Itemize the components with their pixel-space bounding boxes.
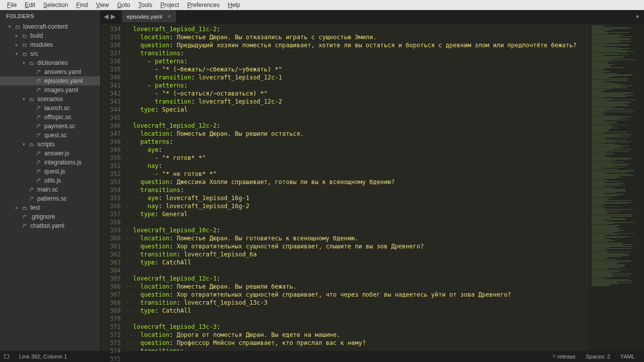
menu-project[interactable]: Project <box>156 1 183 10</box>
file-quest-sc[interactable]: /*quest.sc <box>0 131 100 140</box>
folder-tree: ▾🗀lovecraft-content▸🗀build▸🗀modules▾🗀src… <box>0 22 100 351</box>
menu-help[interactable]: Help <box>224 1 245 10</box>
editor-area: ◀ ▶ episodes.yaml × ▾ 334335336337338339… <box>101 10 644 351</box>
code-content[interactable]: ··lovecraft_1episod_11c-2: ····location:… <box>126 23 589 351</box>
folder-modules[interactable]: ▸🗀modules <box>0 40 100 49</box>
folder-build[interactable]: ▸🗀build <box>0 31 100 40</box>
menu-preferences[interactable]: Preferences <box>183 1 224 10</box>
minimap[interactable] <box>589 23 644 351</box>
menu-edit[interactable]: Edit <box>21 1 39 10</box>
main-area: FOLDERS ▾🗀lovecraft-content▸🗀build▸🗀modu… <box>0 10 644 351</box>
editor-body: 3343353363373383393403413423433443453463… <box>101 23 644 351</box>
file-answers-yaml[interactable]: /*answers.yaml <box>0 67 100 76</box>
file-main-sc[interactable]: /*main.sc <box>0 185 100 194</box>
git-branch[interactable]: ⑂ release <box>547 353 581 360</box>
folder-scenarios[interactable]: ▾🗀scenarios <box>0 95 100 104</box>
file-utils-js[interactable]: /*utils.js <box>0 176 100 185</box>
folder-scripts[interactable]: ▾🗀scripts <box>0 140 100 149</box>
folder-src[interactable]: ▾🗀src <box>0 49 100 58</box>
tab-overflow-icon[interactable]: ▾ <box>631 13 644 20</box>
file-launch-sc[interactable]: /*launch.sc <box>0 104 100 113</box>
file-episodes-yaml[interactable]: /*episodes.yaml <box>0 76 100 85</box>
syntax-mode[interactable]: YAML <box>615 353 640 359</box>
line-gutter: 3343353363373383393403413423433443453463… <box>101 23 126 351</box>
file--gitignore[interactable]: /*.gitignore <box>0 212 100 221</box>
menu-bar: FileEditSelectionFindViewGotoToolsProjec… <box>0 0 644 10</box>
nav-back-icon[interactable]: ◀ <box>104 13 109 20</box>
tab-bar: ◀ ▶ episodes.yaml × ▾ <box>101 10 644 23</box>
tab-episodes[interactable]: episodes.yaml × <box>122 11 176 23</box>
nav-arrows[interactable]: ◀ ▶ <box>101 13 119 20</box>
file-quest-js[interactable]: /*quest.js <box>0 167 100 176</box>
menu-goto[interactable]: Goto <box>113 1 134 10</box>
status-bar: Line 382, Column 1 ⑂ release Spaces: 2 Y… <box>0 351 644 362</box>
folder-dictionaries[interactable]: ▾🗀dictionaries <box>0 58 100 67</box>
cursor-position[interactable]: Line 382, Column 1 <box>14 353 72 359</box>
menu-tools[interactable]: Tools <box>134 1 156 10</box>
file-patterns-sc[interactable]: /*patterns.sc <box>0 194 100 203</box>
indent-setting[interactable]: Spaces: 2 <box>581 353 615 359</box>
close-icon[interactable]: × <box>167 13 171 20</box>
file-images-yaml[interactable]: /*images.yaml <box>0 85 100 95</box>
folder-test[interactable]: ▸🗀test <box>0 203 100 212</box>
tab-label: episodes.yaml <box>127 14 162 20</box>
file-offtopic-sc[interactable]: /*offtopic.sc <box>0 113 100 122</box>
file-integrations-js[interactable]: /*integrations.js <box>0 158 100 167</box>
file-payment-sc[interactable]: /*payment.sc <box>0 122 100 131</box>
menu-view[interactable]: View <box>92 1 113 10</box>
folder-lovecraft-content[interactable]: ▾🗀lovecraft-content <box>0 22 100 31</box>
branch-icon: ⑂ <box>552 353 556 360</box>
file-chatbot-yaml[interactable]: /*chatbot.yaml <box>0 221 100 230</box>
sidebar: FOLDERS ▾🗀lovecraft-content▸🗀build▸🗀modu… <box>0 10 101 351</box>
file-answer-js[interactable]: /*answer.js <box>0 149 100 158</box>
nav-forward-icon[interactable]: ▶ <box>111 13 116 20</box>
menu-selection[interactable]: Selection <box>39 1 72 10</box>
folders-header: FOLDERS <box>0 10 100 22</box>
menu-find[interactable]: Find <box>72 1 92 10</box>
panel-icon[interactable] <box>4 354 9 358</box>
menu-file[interactable]: File <box>3 1 21 10</box>
